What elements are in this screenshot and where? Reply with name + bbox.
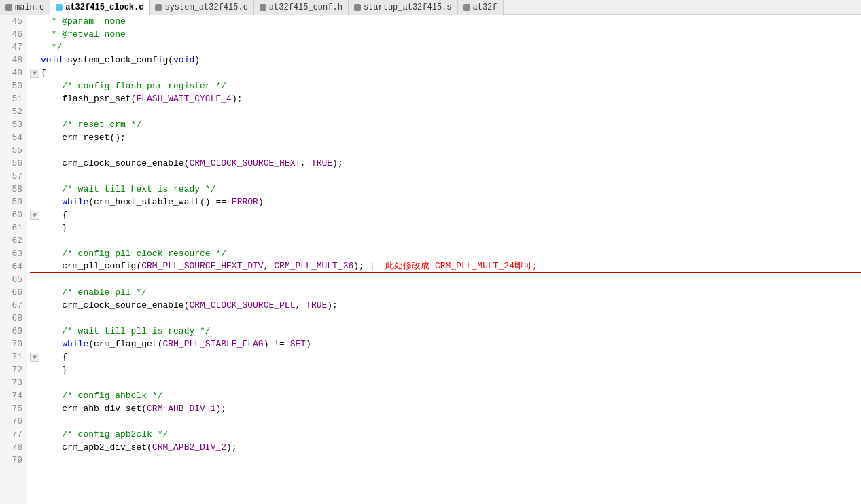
ln-53: 53 xyxy=(4,118,22,131)
code-line-59: while(crm_hext_stable_wait() == ERROR) xyxy=(30,196,861,209)
ln-78: 78 xyxy=(4,441,22,454)
code-line-47: */ xyxy=(30,41,861,54)
ln-68: 68 xyxy=(4,312,22,325)
ln-60: 60 xyxy=(4,209,22,221)
ln-69: 69 xyxy=(4,325,22,338)
code-line-78: crm_apb2_div_set(CRM_APB2_DIV_2); xyxy=(30,441,861,454)
ln-58: 58 xyxy=(4,183,22,196)
tab-startup-at32f415-s[interactable]: startup_at32f415.s xyxy=(349,0,458,15)
code-line-72: } xyxy=(30,363,861,376)
code-area: 45 46 47 48 49 50 51 52 53 54 55 56 57 5… xyxy=(0,15,861,504)
code-line-75: crm_ahb_div_set(CRM_AHB_DIV_1); xyxy=(30,402,861,415)
ln-49: 49 xyxy=(4,67,22,79)
ln-45: 45 xyxy=(4,15,22,28)
tab-label: at32f415_clock.c xyxy=(65,3,143,12)
code-line-58: /* wait till hext is ready */ xyxy=(30,183,861,196)
ln-73: 73 xyxy=(4,376,22,389)
tab-label: at32f415_conf.h xyxy=(269,3,342,12)
ln-48: 48 xyxy=(4,54,22,67)
code-line-79 xyxy=(30,454,861,467)
ln-70: 70 xyxy=(4,338,22,350)
ln-51: 51 xyxy=(4,92,22,105)
ln-59: 59 xyxy=(4,196,22,209)
code-line-50: /* config flash psr register */ xyxy=(30,79,861,92)
ln-79: 79 xyxy=(4,454,22,467)
code-line-53: /* reset crm */ xyxy=(30,118,861,131)
code-line-71: ▼ { xyxy=(30,350,861,363)
fold-icon-49[interactable]: ▼ xyxy=(30,69,39,78)
tab-at32f415-conf-h[interactable]: at32f415_conf.h xyxy=(254,0,349,15)
code-line-62 xyxy=(30,234,861,247)
ln-52: 52 xyxy=(4,105,22,118)
code-line-68 xyxy=(30,312,861,325)
code-line-77: /* config apb2clk */ xyxy=(30,428,861,441)
tab-at32f[interactable]: at32f xyxy=(458,0,504,15)
line-numbers: 45 46 47 48 49 50 51 52 53 54 55 56 57 5… xyxy=(0,15,27,504)
ln-74: 74 xyxy=(4,389,22,402)
tab-system-at32f415-c[interactable]: system_at32f415.c xyxy=(150,0,253,15)
code-line-49: ▼ { xyxy=(30,67,861,79)
tab-label: main.c xyxy=(15,3,44,12)
code-line-64: crm_pll_config(CRM_PLL_SOURCE_HEXT_DIV, … xyxy=(30,260,861,273)
code-line-57 xyxy=(30,170,861,183)
code-line-52 xyxy=(30,105,861,118)
tab-bar: main.c at32f415_clock.c system_at32f415.… xyxy=(0,0,861,15)
code-line-51: flash_psr_set(FLASH_WAIT_CYCLE_4); xyxy=(30,92,861,105)
code-line-45: * @param none xyxy=(30,15,861,28)
ln-75: 75 xyxy=(4,402,22,415)
fold-icon-60[interactable]: ▼ xyxy=(30,211,39,220)
ln-46: 46 xyxy=(4,28,22,41)
code-line-56: crm_clock_source_enable(CRM_CLOCK_SOURCE… xyxy=(30,157,861,170)
code-line-74: /* config ahbclk */ xyxy=(30,389,861,402)
ln-66: 66 xyxy=(4,286,22,299)
code-line-70: while(crm_flag_get(CRM_PLL_STABLE_FLAG) … xyxy=(30,338,861,350)
ln-63: 63 xyxy=(4,247,22,260)
code-line-46: * @retval none xyxy=(30,28,861,41)
ln-65: 65 xyxy=(4,273,22,286)
tab-at32f415-clock-c[interactable]: at32f415_clock.c xyxy=(50,0,150,15)
code-line-48: void system_clock_config(void) xyxy=(30,54,861,67)
ln-57: 57 xyxy=(4,170,22,183)
code-line-65 xyxy=(30,273,861,286)
tab-label: system_at32f415.c xyxy=(164,3,247,12)
tab-label: at32f xyxy=(473,3,497,12)
ln-71: 71 xyxy=(4,350,22,363)
tab-label: startup_at32f415.s xyxy=(364,3,452,12)
code-line-60: ▼ { xyxy=(30,209,861,221)
code-line-73 xyxy=(30,376,861,389)
ln-67: 67 xyxy=(4,299,22,312)
ln-56: 56 xyxy=(4,157,22,170)
code-line-54: crm_reset(); xyxy=(30,131,861,144)
code-content[interactable]: * @param none * @retval none */ void sys… xyxy=(27,15,861,504)
ln-50: 50 xyxy=(4,79,22,92)
ln-77: 77 xyxy=(4,428,22,441)
code-line-69: /* wait till pll is ready */ xyxy=(30,325,861,338)
ln-54: 54 xyxy=(4,131,22,144)
code-line-76 xyxy=(30,415,861,428)
fold-icon-71[interactable]: ▼ xyxy=(30,353,39,362)
ln-62: 62 xyxy=(4,234,22,247)
code-line-61: } xyxy=(30,221,861,234)
ln-55: 55 xyxy=(4,144,22,157)
tab-main-c[interactable]: main.c xyxy=(0,0,50,15)
code-line-66: /* enable pll */ xyxy=(30,286,861,299)
ln-76: 76 xyxy=(4,415,22,428)
ln-72: 72 xyxy=(4,363,22,376)
ln-61: 61 xyxy=(4,221,22,234)
ln-47: 47 xyxy=(4,41,22,54)
ln-64: 64 xyxy=(4,260,22,273)
code-line-63: /* config pll clock resource */ xyxy=(30,247,861,260)
code-line-55 xyxy=(30,144,861,157)
code-line-67: crm_clock_source_enable(CRM_CLOCK_SOURCE… xyxy=(30,299,861,312)
